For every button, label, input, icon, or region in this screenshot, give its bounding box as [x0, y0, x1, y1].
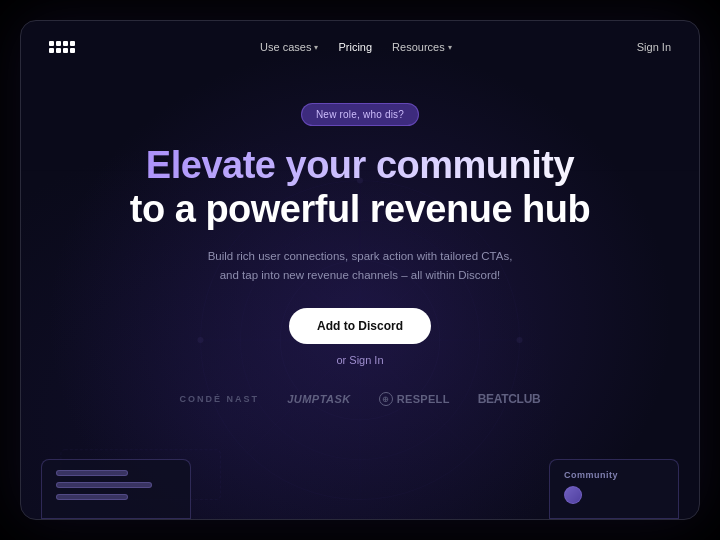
bottom-cards: Community: [21, 459, 699, 519]
hero-title: Elevate your community to a powerful rev…: [130, 144, 590, 231]
card-preview-left: [41, 459, 191, 519]
hero-badge: New role, who dis?: [301, 103, 419, 126]
card-icon-row: [564, 486, 664, 504]
chevron-down-icon-resources: ▾: [448, 43, 452, 52]
logo-beatclub: Beatclub: [478, 392, 541, 406]
hero-title-line2: to a powerful revenue hub: [130, 188, 590, 232]
card-preview-right: Community: [549, 459, 679, 519]
card-line-2: [56, 482, 152, 488]
logo[interactable]: [49, 41, 75, 53]
sign-in-button[interactable]: Sign In: [637, 41, 671, 53]
navbar: Use cases ▾ Pricing Resources ▾ Sign In: [21, 21, 699, 73]
logos-bar: CONDÉ NAST jUmptask ⊕ Respell Beatclub: [180, 392, 541, 406]
nav-resources[interactable]: Resources ▾: [392, 41, 452, 53]
nav-center: Use cases ▾ Pricing Resources ▾: [260, 41, 452, 53]
card-line-1: [56, 470, 128, 476]
hero-title-line1: Elevate your community: [130, 144, 590, 188]
nav-pricing[interactable]: Pricing: [338, 41, 372, 53]
logo-respell: ⊕ Respell: [379, 392, 450, 406]
card-line-3: [56, 494, 128, 500]
or-signin-text: or Sign In: [336, 354, 383, 366]
chevron-down-icon: ▾: [314, 43, 318, 52]
hero-subtitle: Build rich user connections, spark actio…: [200, 247, 520, 284]
avatar-circle: [564, 486, 582, 504]
logo-icon: [49, 41, 75, 53]
hero-section: New role, who dis? Elevate your communit…: [21, 73, 699, 436]
logo-jumptask: jUmptask: [287, 393, 351, 405]
respell-circle-icon: ⊕: [379, 392, 393, 406]
nav-use-cases[interactable]: Use cases ▾: [260, 41, 318, 53]
add-to-discord-button[interactable]: Add to Discord: [289, 308, 431, 344]
logo-conde-nast: CONDÉ NAST: [180, 394, 260, 404]
card-label: Community: [564, 470, 664, 480]
device-frame: Use cases ▾ Pricing Resources ▾ Sign In …: [20, 20, 700, 520]
